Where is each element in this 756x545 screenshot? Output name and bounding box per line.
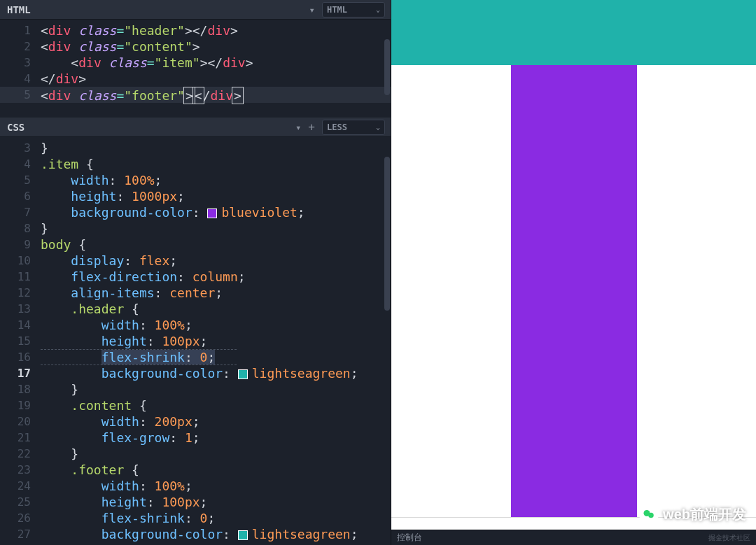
preview-scrollbar-area: [391, 517, 756, 530]
code-line[interactable]: 5<div class="footer"></div>: [0, 87, 391, 103]
code-line[interactable]: 27 background-color: lightseagreen;: [0, 526, 391, 542]
css-panel-title: CSS: [7, 122, 24, 133]
code-line[interactable]: 6 height: 1000px;: [0, 188, 391, 204]
preview-content-block: [391, 65, 756, 517]
code-line[interactable]: 10 display: flex;: [0, 253, 391, 269]
code-line[interactable]: 22 }: [0, 446, 391, 462]
preview-item-block: [511, 65, 637, 517]
html-mode-select[interactable]: HTML ⌄: [322, 2, 385, 17]
pin-icon[interactable]: ▾: [295, 122, 301, 133]
code-line[interactable]: 20 width: 200px;: [0, 413, 391, 430]
code-line[interactable]: 9body {: [0, 236, 391, 253]
code-line[interactable]: 25 height: 100px;: [0, 494, 391, 510]
preview-header-block: [391, 0, 756, 65]
html-panel-title: HTML: [7, 4, 31, 15]
code-line[interactable]: 1<div class="header"></div>: [0, 22, 391, 38]
preview-pane: 控制台 掘金技术社区: [391, 0, 756, 545]
code-line[interactable]: 11 flex-direction: column;: [0, 269, 391, 285]
chevron-down-icon: ⌄: [376, 123, 380, 131]
code-line[interactable]: 23 .footer {: [0, 462, 391, 478]
code-line[interactable]: 12 align-items: center;: [0, 285, 391, 301]
code-line[interactable]: 3}: [0, 140, 391, 156]
code-line[interactable]: 15 height: 100px;: [0, 333, 391, 349]
code-line[interactable]: 19 .content {: [0, 397, 391, 413]
code-line[interactable]: 3 <div class="item"></div>: [0, 55, 391, 71]
code-line[interactable]: 17 background-color: lightseagreen;: [0, 365, 391, 381]
plus-icon[interactable]: +: [308, 120, 315, 134]
console-label: 控制台: [397, 532, 422, 544]
css-editor[interactable]: 3}4.item {5 width: 100%;6 height: 1000px…: [0, 137, 391, 545]
code-line[interactable]: 8}: [0, 220, 391, 236]
css-scrollbar[interactable]: [384, 157, 390, 311]
code-line[interactable]: 4</div>: [0, 71, 391, 87]
code-line[interactable]: 18 }: [0, 381, 391, 397]
code-line[interactable]: 24 width: 100%;: [0, 478, 391, 494]
html-scrollbar[interactable]: [384, 39, 390, 95]
console-bar[interactable]: 控制台 掘金技术社区: [391, 530, 756, 545]
code-line[interactable]: 14 width: 100%;: [0, 317, 391, 333]
code-line[interactable]: 13 .header {: [0, 301, 391, 317]
code-line[interactable]: 26 flex-shrink: 0;: [0, 510, 391, 526]
html-panel-header: HTML ▾ HTML ⌄: [0, 0, 391, 20]
code-line[interactable]: 21 flex-grow: 1;: [0, 430, 391, 446]
css-mode-select[interactable]: LESS ⌄: [322, 120, 385, 135]
html-mode-label: HTML: [327, 5, 347, 15]
code-line[interactable]: 2<div class="content">: [0, 38, 391, 55]
chevron-down-icon: ⌄: [376, 6, 380, 13]
html-editor[interactable]: 1<div class="header"></div>2<div class="…: [0, 20, 391, 118]
code-line[interactable]: 5 width: 100%;: [0, 172, 391, 188]
editor-column: HTML ▾ HTML ⌄ 1<div class="header"></div…: [0, 0, 391, 545]
code-line[interactable]: 4.item {: [0, 156, 391, 172]
pin-icon[interactable]: ▾: [309, 4, 315, 15]
code-line[interactable]: 7 background-color: blueviolet;: [0, 204, 391, 220]
community-label: 掘金技术社区: [708, 533, 750, 543]
code-line[interactable]: 28 }: [0, 542, 391, 545]
code-line[interactable]: 16 flex-shrink: 0;: [0, 349, 391, 365]
css-panel-header: CSS ▾ + LESS ⌄: [0, 118, 391, 137]
css-mode-label: LESS: [327, 122, 347, 132]
